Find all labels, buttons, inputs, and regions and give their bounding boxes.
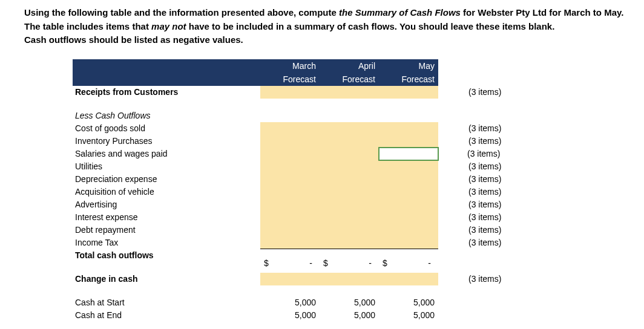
input-utilities-apr[interactable] bbox=[320, 160, 379, 173]
input-incometax-mar[interactable] bbox=[260, 236, 320, 249]
header-row-2: Forecast Forecast Forecast bbox=[73, 73, 545, 86]
input-salaries-apr[interactable] bbox=[320, 148, 379, 160]
instr-line1b: the Summary of Cash Flows bbox=[339, 7, 463, 18]
input-advertising-may[interactable] bbox=[379, 198, 438, 211]
input-debt-apr[interactable] bbox=[320, 224, 379, 236]
val-end-apr: 5,000 bbox=[320, 309, 379, 322]
hint-change: (3 items) bbox=[438, 273, 545, 285]
input-interest-apr[interactable] bbox=[320, 211, 379, 224]
row-change-cash: Change in cash (3 items) bbox=[73, 273, 545, 285]
input-cogs-may[interactable] bbox=[379, 122, 438, 135]
input-cogs-apr[interactable] bbox=[320, 122, 379, 135]
input-salaries-mar[interactable] bbox=[260, 148, 320, 160]
input-receipts-mar[interactable] bbox=[260, 86, 320, 99]
hint-vehicle: (3 items) bbox=[438, 186, 545, 198]
instr-line1c: for Webster Pty Ltd for March to May. bbox=[463, 7, 623, 18]
col-april-bot: Forecast bbox=[320, 73, 379, 86]
col-march-top: March bbox=[260, 59, 320, 73]
label-cash-start: Cash at Start bbox=[73, 296, 260, 309]
label-utilities: Utilities bbox=[73, 160, 260, 173]
hint-salaries: (3 items) bbox=[438, 148, 545, 160]
val-start-apr: 5,000 bbox=[320, 296, 379, 309]
row-cash-end: Cash at End 5,000 5,000 5,000 bbox=[73, 309, 545, 322]
input-interest-mar[interactable] bbox=[260, 211, 320, 224]
hint-receipts: (3 items) bbox=[438, 86, 545, 99]
row-salaries: Salaries and wages paid (3 items) bbox=[73, 148, 545, 160]
input-receipts-apr[interactable] bbox=[320, 86, 379, 99]
col-march-bot: Forecast bbox=[260, 73, 320, 86]
input-inventory-mar[interactable] bbox=[260, 135, 320, 148]
val-end-mar: 5,000 bbox=[260, 309, 320, 322]
input-vehicle-mar[interactable] bbox=[260, 186, 320, 198]
label-depreciation: Depreciation expense bbox=[73, 173, 260, 186]
col-may-bot: Forecast bbox=[379, 73, 438, 86]
label-debt: Debt repayment bbox=[73, 224, 260, 236]
input-receipts-may[interactable] bbox=[379, 86, 438, 99]
row-cogs: Cost of goods sold (3 items) bbox=[73, 122, 545, 135]
input-change-may[interactable] bbox=[379, 273, 438, 285]
hint-interest: (3 items) bbox=[438, 211, 545, 224]
total-mar: $- bbox=[260, 249, 320, 262]
row-income-tax: Income Tax (3 items) bbox=[73, 236, 545, 249]
row-cash-start: Cash at Start 5,000 5,000 5,000 bbox=[73, 296, 545, 309]
row-debt: Debt repayment (3 items) bbox=[73, 224, 545, 236]
input-utilities-may[interactable] bbox=[379, 160, 438, 173]
label-inventory: Inventory Purchases bbox=[73, 135, 260, 148]
col-april-top: April bbox=[320, 59, 379, 73]
input-incometax-may[interactable] bbox=[379, 236, 438, 249]
input-incometax-apr[interactable] bbox=[320, 236, 379, 249]
hint-cogs: (3 items) bbox=[438, 122, 545, 135]
input-inventory-apr[interactable] bbox=[320, 135, 379, 148]
hint-utilities: (3 items) bbox=[438, 160, 545, 173]
row-utilities: Utilities (3 items) bbox=[73, 160, 545, 173]
input-change-apr[interactable] bbox=[320, 273, 379, 285]
input-depreciation-may[interactable] bbox=[379, 173, 438, 186]
label-salaries: Salaries and wages paid bbox=[73, 148, 260, 160]
label-income-tax: Income Tax bbox=[73, 236, 260, 249]
label-receipts: Receipts from Customers bbox=[73, 86, 260, 99]
input-cogs-mar[interactable] bbox=[260, 122, 320, 135]
input-debt-mar[interactable] bbox=[260, 224, 320, 236]
input-salaries-may[interactable] bbox=[379, 148, 438, 160]
input-utilities-mar[interactable] bbox=[260, 160, 320, 173]
val-start-mar: 5,000 bbox=[260, 296, 320, 309]
val-end-may: 5,000 bbox=[379, 309, 438, 322]
row-advertising: Advertising (3 items) bbox=[73, 198, 545, 211]
input-depreciation-apr[interactable] bbox=[320, 173, 379, 186]
total-apr: $- bbox=[320, 249, 379, 262]
label-interest: Interest expense bbox=[73, 211, 260, 224]
input-advertising-apr[interactable] bbox=[320, 198, 379, 211]
instr-line2a: The table includes items that bbox=[24, 21, 151, 31]
label-less-outflows: Less Cash Outflows bbox=[73, 109, 260, 122]
val-start-may: 5,000 bbox=[379, 296, 438, 309]
label-cogs: Cost of goods sold bbox=[73, 122, 260, 135]
row-inventory: Inventory Purchases (3 items) bbox=[73, 135, 545, 148]
input-depreciation-mar[interactable] bbox=[260, 173, 320, 186]
col-may-top: May bbox=[379, 59, 438, 73]
hint-incometax: (3 items) bbox=[438, 236, 545, 249]
row-less-outflows: Less Cash Outflows bbox=[73, 109, 545, 122]
hint-depreciation: (3 items) bbox=[438, 173, 545, 186]
label-advertising: Advertising bbox=[73, 198, 260, 211]
header-row-1: March April May bbox=[73, 59, 545, 73]
input-vehicle-may[interactable] bbox=[379, 186, 438, 198]
input-advertising-mar[interactable] bbox=[260, 198, 320, 211]
input-inventory-may[interactable] bbox=[379, 135, 438, 148]
input-interest-may[interactable] bbox=[379, 211, 438, 224]
label-change-cash: Change in cash bbox=[73, 273, 260, 285]
label-cash-end: Cash at End bbox=[73, 309, 260, 322]
row-total-outflows: Total cash outflows $- $- $- bbox=[73, 249, 545, 262]
input-change-mar[interactable] bbox=[260, 273, 320, 285]
label-vehicle: Acquisition of vehicle bbox=[73, 186, 260, 198]
instr-line2b: may not bbox=[151, 21, 186, 31]
instr-line3: Cash outflows should be listed as negati… bbox=[24, 34, 243, 45]
row-receipts: Receipts from Customers (3 items) bbox=[73, 86, 545, 99]
hint-inventory: (3 items) bbox=[438, 135, 545, 148]
row-interest: Interest expense (3 items) bbox=[73, 211, 545, 224]
input-debt-may[interactable] bbox=[379, 224, 438, 236]
instr-line1a: Using the following table and the inform… bbox=[24, 7, 339, 18]
total-may: $- bbox=[379, 249, 438, 262]
instructions-block: Using the following table and the inform… bbox=[24, 6, 644, 47]
hint-debt: (3 items) bbox=[438, 224, 545, 236]
input-vehicle-apr[interactable] bbox=[320, 186, 379, 198]
